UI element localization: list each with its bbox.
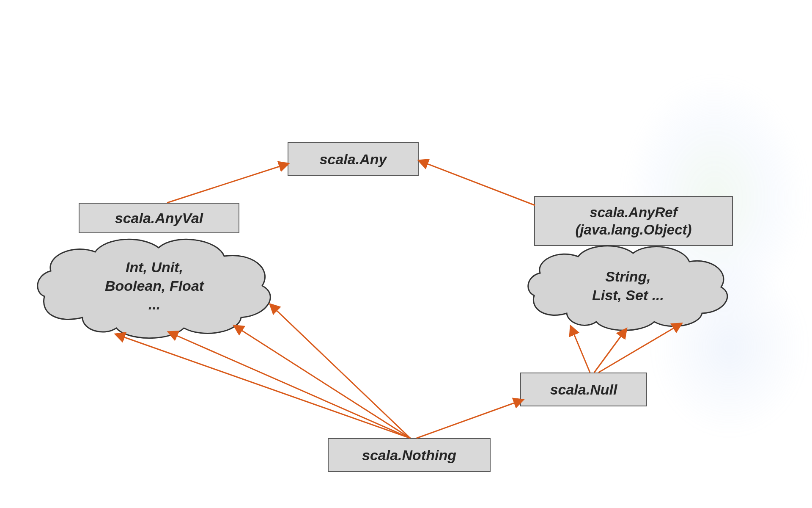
edge-null-to-reftypes-2: [594, 329, 626, 373]
node-any: scala.Any: [288, 142, 419, 176]
edge-nothing-to-valuetypes-1: [116, 334, 410, 438]
node-reftypes-label: String, List, Set ...: [522, 237, 734, 334]
node-any-label: scala.Any: [320, 150, 387, 168]
node-null-label: scala.Null: [550, 381, 617, 399]
node-nothing-label: scala.Nothing: [362, 446, 456, 464]
node-null: scala.Null: [520, 373, 647, 406]
node-nothing: scala.Nothing: [328, 438, 491, 472]
type-hierarchy-diagram: scala.Any scala.AnyVal scala.AnyRef (jav…: [0, 0, 812, 508]
node-valuetypes-label: Int, Unit, Boolean, Float ...: [32, 229, 277, 343]
edge-anyval-to-any: [167, 164, 288, 203]
node-anyref-label: scala.AnyRef (java.lang.Object): [575, 204, 691, 239]
edge-nothing-to-valuetypes-2: [169, 332, 410, 438]
edge-nothing-to-valuetypes-4: [271, 305, 410, 438]
node-reftypes-cloud: String, List, Set ...: [522, 237, 734, 334]
node-anyval-label: scala.AnyVal: [115, 209, 203, 227]
edge-nothing-to-null: [417, 400, 522, 438]
edge-anyref-to-any: [420, 161, 535, 205]
node-valuetypes-cloud: Int, Unit, Boolean, Float ...: [32, 229, 277, 343]
